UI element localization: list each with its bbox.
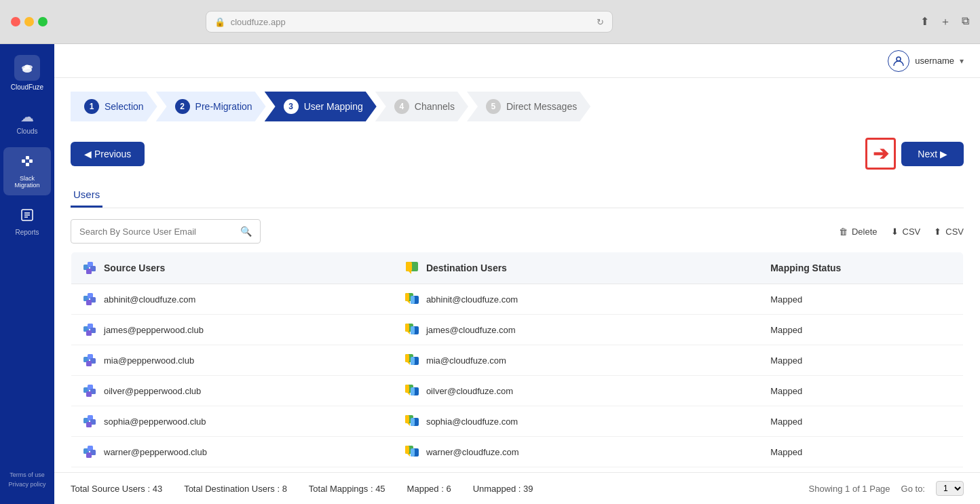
page-header: username ▾	[54, 44, 980, 78]
mapping-status-text: Mapped	[770, 447, 802, 457]
step-direct-messages[interactable]: 5 Direct Messages	[467, 92, 590, 121]
mapping-status-cell: Mapped	[759, 284, 963, 315]
destination-user-email: sophia@cloudfuze.com	[426, 416, 518, 427]
source-user-email: james@pepperwood.club	[104, 325, 204, 335]
main-content: username ▾ 1 Selection 2 Pre-Migration	[54, 44, 980, 504]
maximize-button[interactable]	[38, 17, 48, 26]
table-row: - adminsaas@cloudfuze.com Unmapped	[71, 467, 964, 473]
delete-button[interactable]: 🗑 Delete	[839, 227, 878, 237]
step-user-mapping[interactable]: 3 User Mapping	[265, 92, 377, 121]
svg-rect-73	[411, 448, 415, 457]
destination-user-cell: adminsaas@cloudfuze.com	[394, 467, 759, 473]
footer-pagination: Showing 1 of 1 Page Go to: 1	[809, 481, 964, 496]
destination-user-cell: abhinit@cloudfuze.com	[394, 284, 759, 315]
svg-rect-69	[86, 452, 92, 458]
svg-rect-55	[411, 387, 415, 395]
table-row: mia@pepperwood.club mia@cloudfuze.com Ma…	[71, 345, 964, 376]
sidebar-item-clouds-label: Clouds	[16, 128, 37, 135]
footer-stats: Total Source Users : 43 Total Destinatio…	[71, 484, 533, 494]
mapping-status-cell: Mapped	[759, 315, 963, 345]
sidebar-item-reports[interactable]: Reports	[3, 201, 51, 243]
user-profile[interactable]: username ▾	[888, 50, 964, 72]
share-icon[interactable]: ⬆	[920, 15, 929, 29]
csv-export-button[interactable]: ⬆ CSV	[934, 227, 964, 237]
source-user-email: abhinit@cloudfuze.com	[104, 294, 195, 305]
address-bar[interactable]: 🔒 cloudfuze.app ↻	[206, 11, 613, 33]
clouds-icon: ☁	[20, 109, 34, 125]
delete-label: Delete	[852, 227, 878, 237]
step-pre-migration[interactable]: 2 Pre-Migration	[156, 92, 266, 121]
minimize-button[interactable]	[24, 17, 34, 26]
step-direct-messages-number: 5	[486, 99, 501, 114]
sidebar-item-clouds[interactable]: ☁ Clouds	[3, 102, 51, 142]
sidebar-logo[interactable]: CloudFuze	[11, 55, 43, 91]
mapping-status-cell: Unmapped	[759, 467, 963, 473]
mapping-status-cell: Mapped	[759, 437, 963, 467]
source-user-cell: -	[71, 467, 394, 473]
destination-user-cell: mia@cloudfuze.com	[394, 345, 759, 376]
destination-user-email: james@cloudfuze.com	[426, 325, 516, 335]
sidebar-item-slack-migration[interactable]: SlackMigration	[3, 147, 51, 195]
slack-migration-icon	[20, 154, 35, 172]
svg-rect-5	[26, 156, 29, 159]
tab-users[interactable]: Users	[71, 183, 102, 208]
svg-point-3	[24, 65, 30, 69]
step-channels-label: Channels	[415, 101, 455, 112]
chevron-down-icon: ▾	[960, 56, 964, 66]
svg-rect-62	[405, 415, 409, 423]
tab-row: Users	[71, 183, 964, 208]
sidebar-bottom: Terms of use Privacy policy	[8, 471, 45, 493]
user-mapping-table: Source Users	[71, 252, 964, 472]
next-arrow-indicator-box: ➔	[865, 138, 896, 170]
sidebar: CloudFuze ☁ Clouds SlackMigration	[0, 44, 54, 504]
svg-marker-65	[407, 423, 410, 426]
goto-select[interactable]: 1	[936, 481, 964, 496]
svg-rect-7	[29, 159, 33, 163]
gchat-header-icon	[404, 260, 419, 275]
svg-rect-71	[405, 446, 409, 454]
next-button[interactable]: Next ▶	[901, 142, 964, 166]
svg-rect-26	[405, 293, 409, 301]
close-button[interactable]	[11, 17, 20, 26]
terms-of-use-link[interactable]: Terms of use	[10, 471, 45, 478]
steps-wizard: 1 Selection 2 Pre-Migration 3 User Mappi…	[71, 92, 964, 121]
step-user-mapping-label: User Mapping	[304, 101, 363, 112]
previous-button[interactable]: ◀ Previous	[71, 142, 145, 166]
svg-marker-29	[407, 301, 410, 304]
refresh-icon[interactable]: ↻	[597, 17, 604, 27]
new-tab-icon[interactable]: ＋	[940, 15, 951, 29]
source-user-cell: warner@pepperwood.club	[71, 437, 394, 467]
tabs-icon[interactable]: ⧉	[962, 15, 969, 29]
mapped-count: Mapped : 6	[407, 484, 451, 494]
destination-user-email: oilver@cloudfuze.com	[426, 386, 513, 396]
mapping-status-text: Mapped	[770, 325, 802, 335]
total-mappings: Total Mappings : 45	[309, 484, 385, 494]
source-user-cell: sophia@pepperwood.club	[71, 406, 394, 437]
goto-label: Go to:	[901, 484, 925, 494]
privacy-policy-link[interactable]: Privacy policy	[8, 481, 45, 488]
showing-text: Showing 1 of 1 Page	[809, 484, 890, 494]
csv-import-button[interactable]: ⬇ CSV	[891, 227, 921, 237]
source-user-email: sophia@pepperwood.club	[104, 416, 206, 427]
mapping-status-text: Mapped	[770, 294, 802, 305]
destination-user-email: mia@cloudfuze.com	[426, 355, 506, 366]
lock-icon: 🔒	[214, 17, 225, 27]
step-channels[interactable]: 4 Channels	[375, 92, 468, 121]
mapping-status-cell: Mapped	[759, 345, 963, 376]
mapping-status-text: Mapped	[770, 416, 802, 427]
search-input[interactable]	[79, 227, 240, 237]
mapping-status-text: Mapped	[770, 355, 802, 366]
gchat-row-icon	[404, 383, 419, 398]
mapping-status-cell: Mapped	[759, 406, 963, 437]
app-container: CloudFuze ☁ Clouds SlackMigration	[0, 44, 980, 504]
teams-row-icon	[82, 322, 97, 337]
search-icon: 🔍	[240, 226, 252, 237]
destination-user-cell: oilver@cloudfuze.com	[394, 376, 759, 406]
table-row: abhinit@cloudfuze.com abhinit@cloudfuze.…	[71, 284, 964, 315]
source-user-email: warner@pepperwood.club	[104, 447, 207, 457]
address-text: cloudfuze.app	[231, 17, 286, 27]
destination-user-email: abhinit@cloudfuze.com	[426, 294, 518, 305]
step-selection[interactable]: 1 Selection	[71, 92, 157, 121]
svg-rect-24	[86, 300, 92, 305]
total-destination-users: Total Destination Users : 8	[184, 484, 287, 494]
